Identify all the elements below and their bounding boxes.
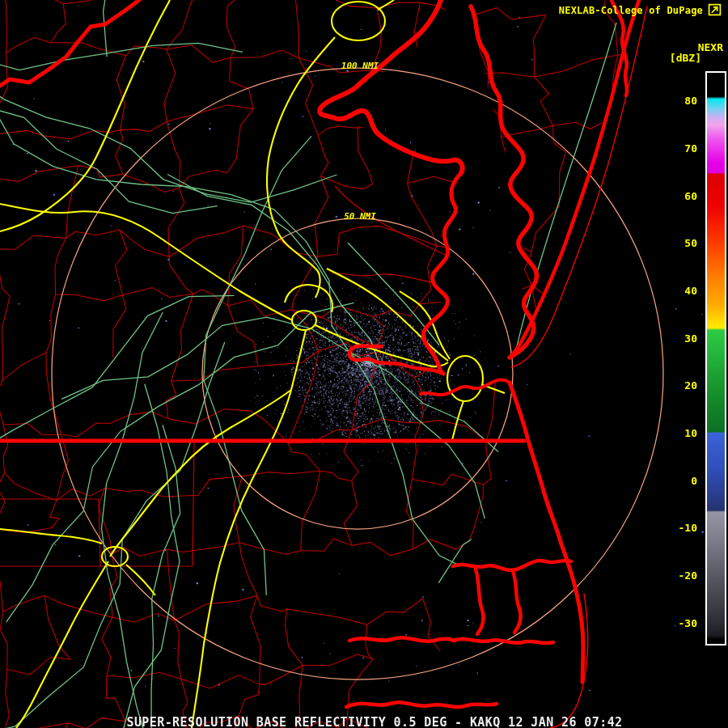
- colorbar-tick-label: -20: [645, 569, 697, 582]
- colorbar-tick-label: 10: [645, 427, 697, 440]
- colorbar-tick-label: 0: [645, 475, 697, 488]
- range-ring-label-100nmi: 100 NMI: [341, 61, 379, 71]
- colorbar-tick-label: 60: [645, 190, 697, 203]
- colorbar-tick-label: 20: [645, 379, 697, 392]
- colorbar-gradient: [705, 71, 726, 645]
- branding-text: NEXLAB-College of DuPage: [559, 5, 703, 16]
- colorbar-tick-label: 50: [645, 237, 697, 250]
- colorbar-units-label: [dBZ]: [670, 52, 701, 64]
- range-ring-label-50nmi: 50 NMI: [344, 211, 376, 222]
- colorbar-tick-label: 70: [645, 142, 697, 155]
- colorbar-tick-label: 40: [645, 285, 697, 298]
- colorbar-title: NEXR: [698, 41, 723, 53]
- product-title: SUPER-RESOLUTION BASE REFLECTIVITY 0.5 D…: [127, 715, 623, 728]
- radar-map-canvas: [0, 0, 728, 728]
- colorbar-tick-label: 80: [645, 95, 697, 108]
- colorbar-tick-label: -30: [645, 617, 697, 630]
- radar-display: 100 NMI 50 NMI NEXLAB-College of DuPage …: [0, 0, 728, 728]
- colorbar-tick-label: -10: [645, 522, 697, 535]
- colorbar-tick-label: 30: [645, 332, 697, 345]
- arrow-box-icon: [708, 2, 722, 16]
